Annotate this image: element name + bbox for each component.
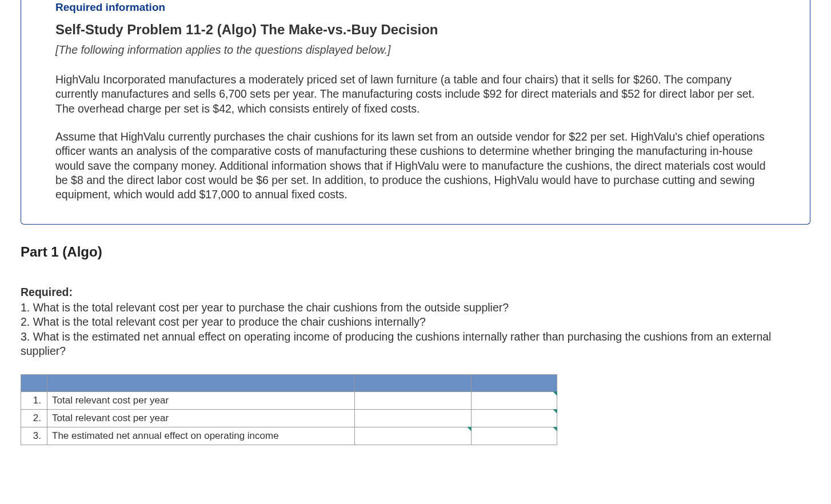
required-information-box: Required information Self-Study Problem …: [21, 0, 810, 225]
table-row: 2. Total relevant cost per year: [21, 410, 557, 427]
problem-paragraph-1: HighValu Incorporated manufactures a mod…: [55, 73, 776, 116]
row-label: Total relevant cost per year: [47, 410, 355, 427]
table-row: 3. The estimated net annual effect on op…: [21, 427, 557, 445]
header-cell-extra: [472, 375, 557, 392]
row-extra-input[interactable]: [472, 392, 557, 410]
header-cell-value: [355, 375, 472, 392]
dropdown-icon: [553, 391, 557, 396]
required-item-2: 2. What is the total relevant cost per y…: [21, 315, 810, 329]
required-label: Required:: [21, 285, 810, 299]
row-value-input[interactable]: [355, 427, 472, 445]
row-num: 1.: [21, 392, 47, 410]
row-value-input[interactable]: [355, 410, 472, 427]
row-value-input[interactable]: [355, 392, 472, 410]
part-title: Part 1 (Algo): [21, 244, 831, 260]
problem-paragraph-2: Assume that HighValu currently purchases…: [55, 130, 776, 202]
applies-note: [The following information applies to th…: [55, 43, 776, 57]
row-num: 2.: [21, 410, 47, 427]
row-label: Total relevant cost per year: [47, 392, 355, 410]
row-extra-input[interactable]: [472, 427, 557, 445]
required-item-3: 3. What is the estimated net annual effe…: [21, 330, 810, 359]
row-num: 3.: [21, 427, 47, 445]
answer-table: 1. Total relevant cost per year 2. Total…: [21, 374, 557, 445]
row-label: The estimated net annual effect on opera…: [47, 427, 355, 445]
dropdown-icon: [553, 409, 557, 414]
required-information-label: Required information: [55, 0, 776, 14]
problem-title: Self-Study Problem 11-2 (Algo) The Make-…: [55, 22, 776, 38]
row-extra-input[interactable]: [472, 410, 557, 427]
header-cell-num: [21, 375, 47, 392]
header-cell-label: [47, 375, 355, 392]
dropdown-icon: [553, 427, 557, 431]
required-block: Required: 1. What is the total relevant …: [21, 285, 810, 359]
table-row: 1. Total relevant cost per year: [21, 392, 557, 410]
required-item-1: 1. What is the total relevant cost per y…: [21, 301, 810, 315]
